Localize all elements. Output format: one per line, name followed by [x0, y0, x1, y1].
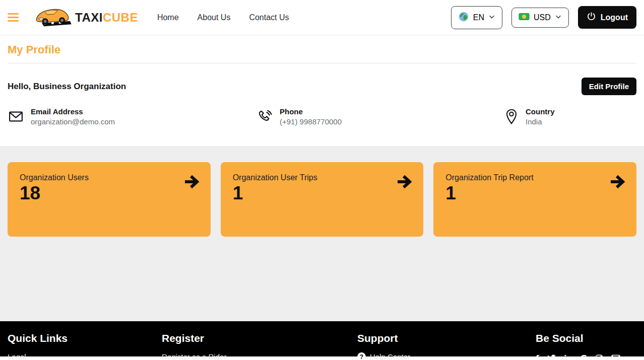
- globe-icon: [458, 11, 469, 24]
- arrow-right-icon: [396, 174, 412, 191]
- stat-label: Organization User Trips: [233, 173, 412, 182]
- stat-value: 1: [445, 183, 624, 204]
- currency-selector[interactable]: USD: [511, 8, 569, 28]
- phone-value: (+91) 9988770000: [280, 117, 342, 126]
- currency-value: USD: [534, 13, 551, 22]
- footer-col-register: Register Register as a Rider: [162, 332, 357, 360]
- email-value: organization@demo.com: [31, 117, 115, 126]
- phone-info: Phone (+91) 9988770000: [257, 107, 504, 126]
- country-info: Country India: [504, 107, 636, 126]
- brand-name: TAXICUBE: [75, 11, 138, 25]
- nav-link-about-us[interactable]: About Us: [198, 13, 231, 22]
- card-organization-users[interactable]: Organization Users 18: [8, 162, 211, 237]
- power-icon: [587, 12, 596, 23]
- arrow-right-icon: [183, 174, 200, 191]
- brand-logo[interactable]: TAXICUBE: [32, 5, 138, 30]
- footer-heading: Be Social: [536, 332, 636, 344]
- taxi-car-logo-icon: [32, 5, 72, 30]
- social-icons-row: f in G: [536, 353, 636, 360]
- stat-value: 1: [233, 183, 412, 204]
- email-label: Email Address: [31, 107, 115, 116]
- card-organization-trip-report[interactable]: Organization Trip Report 1: [433, 162, 636, 237]
- phone-icon: [257, 109, 273, 125]
- divider: [8, 63, 636, 63]
- language-value: EN: [473, 13, 484, 22]
- footer: Quick Links Legal Register Register as a…: [0, 321, 644, 356]
- footer-link-help-center[interactable]: ? Help Center: [357, 352, 536, 360]
- envelope-icon: [8, 108, 24, 125]
- question-circle-icon: ?: [357, 352, 366, 360]
- language-selector[interactable]: EN: [451, 6, 502, 29]
- email-icon[interactable]: [611, 354, 620, 360]
- greeting-text: Hello, Business Organization: [8, 82, 126, 92]
- stat-label: Organization Trip Report: [445, 173, 624, 182]
- facebook-icon[interactable]: f: [536, 353, 539, 360]
- logout-button[interactable]: Logout: [578, 6, 636, 29]
- nav-link-contact-us[interactable]: Contact Us: [249, 13, 289, 22]
- twitter-icon[interactable]: [547, 354, 556, 360]
- google-icon[interactable]: G: [581, 353, 587, 360]
- email-info: Email Address organization@demo.com: [8, 107, 257, 126]
- nav-link-home[interactable]: Home: [157, 13, 179, 22]
- page-title: My Profile: [8, 43, 636, 56]
- chevron-down-icon: [555, 13, 562, 22]
- edit-profile-button[interactable]: Edit Profile: [582, 78, 636, 95]
- contact-info-row: Email Address organization@demo.com Phon…: [8, 107, 636, 126]
- footer-col-be-social: Be Social f in G: [536, 332, 636, 360]
- banknote-icon: [519, 13, 530, 23]
- card-organization-user-trips[interactable]: Organization User Trips 1: [221, 162, 424, 237]
- country-label: Country: [526, 107, 555, 116]
- footer-link-register-rider[interactable]: Register as a Rider: [162, 352, 357, 360]
- footer-heading: Quick Links: [8, 332, 162, 344]
- chevron-down-icon: [488, 13, 495, 22]
- profile-section: My Profile Hello, Business Organization …: [0, 35, 644, 146]
- topbar-controls: EN USD Logout: [451, 6, 636, 29]
- stats-section: Organization Users 18 Organization User …: [0, 146, 644, 321]
- top-navbar: TAXICUBE Home About Us Contact Us EN: [0, 0, 644, 35]
- footer-col-quick-links: Quick Links Legal: [8, 332, 162, 360]
- footer-col-support: Support ? Help Center: [357, 332, 536, 360]
- footer-heading: Support: [357, 332, 536, 344]
- location-pin-icon: [504, 108, 519, 125]
- phone-label: Phone: [280, 107, 342, 116]
- stat-label: Organization Users: [20, 173, 199, 182]
- arrow-right-icon: [609, 174, 625, 191]
- stat-value: 18: [20, 183, 199, 204]
- menu-hamburger-icon[interactable]: [8, 13, 20, 22]
- footer-heading: Register: [162, 332, 357, 344]
- footer-link-legal[interactable]: Legal: [8, 352, 162, 360]
- linkedin-icon[interactable]: in: [564, 353, 572, 360]
- instagram-icon[interactable]: [595, 354, 603, 360]
- main-nav: Home About Us Contact Us: [157, 13, 289, 22]
- country-value: India: [526, 117, 555, 126]
